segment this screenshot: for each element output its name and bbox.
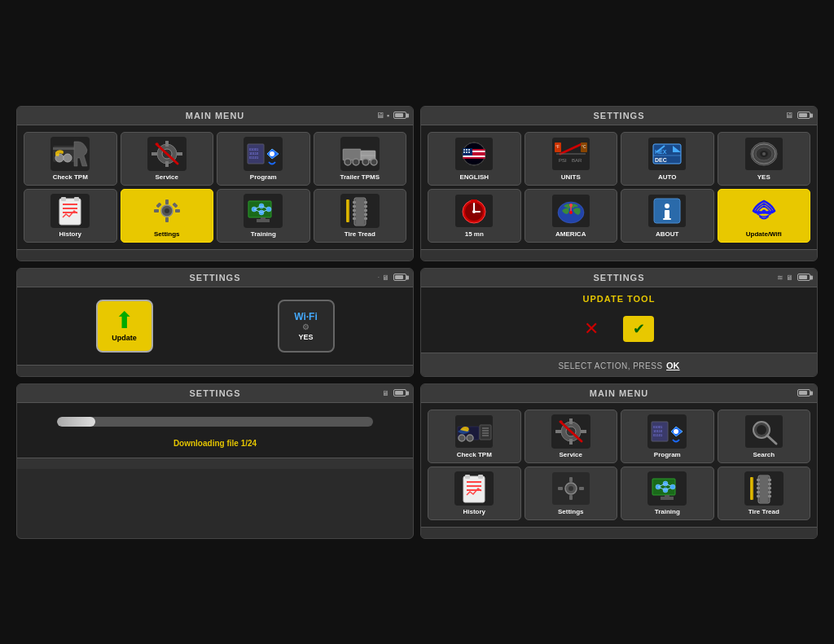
svg-rect-68: [364, 217, 367, 220]
svg-rect-130: [480, 425, 491, 440]
svg-rect-113: [471, 199, 477, 202]
update-button[interactable]: ⬆ Update: [96, 300, 153, 353]
screen-settings-2: SETTINGS · 🖥 ⬆ Update Wi·Fi ⚙ YES: [16, 268, 414, 377]
dot-icon-3: ·: [378, 274, 380, 281]
svg-rect-190: [768, 487, 771, 489]
svg-rect-55: [261, 217, 266, 220]
header-icons-5: 🖥: [382, 389, 406, 397]
icon-update-wifi[interactable]: Update/Wifi: [718, 189, 811, 243]
search-img: [744, 414, 784, 449]
wifi-button[interactable]: Wi·Fi ⚙ YES: [278, 300, 335, 353]
icon-15mn[interactable]: 15 mn: [428, 189, 521, 243]
units-img: °F °C PSI BAR: [551, 137, 590, 171]
speaker-img: [744, 137, 784, 171]
icon-settings-2[interactable]: Settings: [525, 467, 618, 520]
svg-rect-34: [74, 197, 79, 201]
svg-rect-140: [555, 430, 561, 433]
title-main-menu-2: MAIN MENU: [429, 388, 809, 398]
svg-point-163: [568, 486, 573, 491]
icon-history[interactable]: History: [24, 189, 117, 243]
icon-tire-tread[interactable]: Tire Tread: [314, 189, 407, 243]
icon-settings[interactable]: Settings: [121, 189, 214, 243]
icon-yes-speaker[interactable]: YES: [718, 132, 811, 186]
header-settings-download: SETTINGS 🖥: [17, 384, 413, 403]
svg-point-129: [467, 435, 473, 441]
tire-tread-label: Tire Tread: [345, 230, 375, 238]
svg-point-4: [64, 154, 72, 162]
title-settings-2: SETTINGS: [25, 273, 405, 283]
svg-text:BAR: BAR: [572, 158, 582, 163]
progress-bar-fill: [57, 417, 95, 427]
body-settings-3: UPDATE TOOL ✕ ✔: [421, 287, 817, 353]
icon-america[interactable]: AMERICA: [525, 189, 618, 243]
program-label: Program: [250, 173, 277, 181]
monitor-icon-5: 🖥: [382, 389, 389, 397]
update-wifi-label: Update/Wifi: [746, 230, 782, 238]
icon-auto[interactable]: HEX DEC AUTO: [621, 132, 714, 186]
title-settings-3: SETTINGS: [429, 273, 809, 283]
icon-units[interactable]: °F °C PSI BAR UNITS: [525, 132, 618, 186]
yes-label: YES: [757, 173, 770, 181]
service2-img: [551, 414, 590, 449]
icon-program[interactable]: 01001 10110 01101 Program: [217, 132, 310, 186]
footer-6: [421, 527, 817, 538]
icon-history-2[interactable]: History: [428, 467, 521, 520]
svg-line-143: [560, 421, 562, 423]
svg-rect-164: [569, 477, 573, 482]
confirm-update-button[interactable]: ✔: [623, 316, 654, 342]
check-tpm2-img: [454, 414, 494, 449]
svg-point-26: [371, 159, 377, 165]
svg-point-24: [353, 159, 359, 165]
svg-point-177: [670, 484, 675, 489]
update-tool-actions: ✕ ✔: [433, 312, 805, 346]
icon-check-tpm[interactable]: Check TPM: [24, 132, 117, 186]
svg-rect-8: [165, 141, 169, 147]
monitor-icon-1: 🖥: [376, 111, 384, 120]
tire-tread2-img: [744, 471, 784, 506]
icon-trailer-tpms[interactable]: Trailer TPMS: [314, 132, 407, 186]
svg-point-80: [468, 149, 470, 151]
units-label: UNITS: [561, 173, 581, 181]
svg-point-152: [757, 425, 766, 435]
svg-rect-63: [353, 217, 356, 220]
service-img: [147, 137, 187, 171]
timer-img: [454, 194, 494, 228]
icon-grid-1: Check TPM: [24, 132, 406, 243]
svg-rect-66: [364, 209, 367, 212]
select-action-text: SELECT ACTION, PRESS: [558, 361, 662, 370]
icon-training-2[interactable]: Training: [621, 467, 714, 520]
header-settings-1: SETTINGS 🖥: [421, 107, 817, 125]
svg-point-125: [762, 209, 766, 213]
update-wifi-img: [744, 194, 784, 228]
screen-main-menu-1: MAIN MENU 🖥 ▪: [16, 106, 414, 261]
icon-service-2[interactable]: Service: [525, 410, 618, 463]
icon-training[interactable]: Training: [217, 189, 310, 243]
icon-program-2[interactable]: 01001 10110 01101 Program: [621, 410, 714, 463]
icon-grid-6: Check TPM: [428, 410, 810, 520]
icon-check-tpm-2[interactable]: Check TPM: [428, 410, 521, 463]
svg-point-79: [466, 149, 467, 151]
program2-label: Program: [654, 451, 681, 458]
svg-point-81: [463, 151, 465, 153]
svg-rect-2: [53, 147, 76, 150]
header-icons-2: 🖥: [785, 111, 810, 120]
footer-1: [17, 249, 413, 261]
footer-5: [17, 458, 413, 469]
body-main-menu-1: Check TPM: [17, 125, 413, 249]
svg-rect-123: [663, 218, 671, 220]
settings-img: [147, 194, 187, 228]
icon-english[interactable]: ENGLISH: [428, 132, 521, 186]
svg-rect-64: [364, 201, 367, 204]
icon-search[interactable]: Search: [718, 410, 811, 463]
tire-tread-img: [340, 194, 380, 228]
settings-label: Settings: [154, 230, 180, 238]
svg-rect-139: [569, 439, 573, 445]
cancel-update-button[interactable]: ✕: [584, 318, 599, 340]
icon-service[interactable]: Service: [121, 132, 214, 186]
icon-tire-tread-2[interactable]: Tire Tread: [718, 467, 811, 520]
svg-text:01101: 01101: [653, 433, 663, 437]
svg-text:°F: °F: [555, 144, 560, 149]
icon-about[interactable]: ABOUT: [621, 189, 714, 243]
svg-point-121: [665, 204, 669, 208]
svg-point-82: [466, 151, 467, 153]
